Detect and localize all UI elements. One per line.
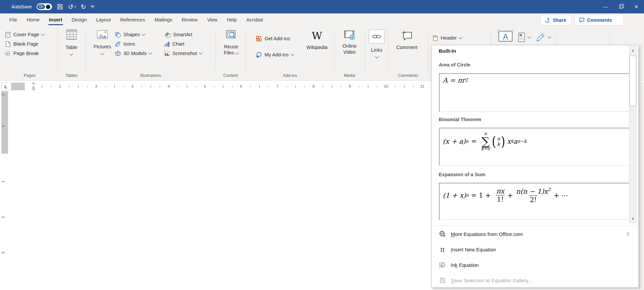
shapes-button[interactable]: Shapes bbox=[115, 30, 145, 39]
header-button[interactable]: Header bbox=[432, 34, 462, 42]
vertical-ruler[interactable]: 2 1 1 2 3 bbox=[1, 91, 8, 290]
first-line-indent-marker[interactable] bbox=[32, 83, 36, 85]
autosave-state: On bbox=[37, 4, 45, 9]
links-button[interactable]: Links bbox=[368, 30, 385, 58]
ruler-number: 7 bbox=[275, 84, 279, 89]
group-label-pages: Pages bbox=[2, 73, 57, 78]
tab-selector[interactable]: L bbox=[1, 83, 10, 91]
table-button[interactable]: Table bbox=[62, 30, 81, 55]
close-icon: ✕ bbox=[634, 4, 638, 9]
ruler-number: 1 bbox=[1, 125, 5, 127]
window-controls: — ✕ bbox=[598, 0, 644, 13]
shapes-icon bbox=[115, 32, 121, 38]
share-button[interactable]: Share bbox=[541, 15, 572, 26]
tab-home[interactable]: Home bbox=[22, 13, 44, 26]
chevron-down-icon bbox=[547, 35, 551, 38]
autosave-toggle[interactable]: On bbox=[37, 3, 52, 10]
chart-button[interactable]: Chart bbox=[164, 40, 184, 48]
menu-item-insert-new-equation[interactable]: π Insert New Equation bbox=[432, 242, 638, 257]
globe-icon bbox=[439, 231, 446, 237]
text-box-button[interactable]: A bbox=[497, 32, 514, 40]
redo-button[interactable]: ↻ bbox=[81, 4, 86, 10]
scroll-up-button[interactable]: ▲ bbox=[629, 46, 637, 54]
chevron-down-icon bbox=[69, 52, 73, 55]
minimize-icon: — bbox=[603, 4, 608, 9]
ruler-number: 2 bbox=[94, 84, 98, 89]
wikipedia-button[interactable]: W Wikipedia bbox=[304, 30, 330, 50]
gallery-scrollbar[interactable]: ▲ ▼ bbox=[629, 46, 637, 223]
save-icon bbox=[57, 3, 63, 10]
screenshot-button[interactable]: Screenshot bbox=[164, 49, 202, 58]
tab-acrobat[interactable]: Acrobat bbox=[241, 13, 268, 26]
ruler-number: 1 bbox=[1, 181, 5, 183]
close-button[interactable]: ✕ bbox=[629, 0, 644, 13]
scroll-down-button[interactable]: ▼ bbox=[629, 215, 637, 223]
scrollbar-thumb[interactable] bbox=[630, 56, 636, 106]
gallery-equation-area-of-circle[interactable]: A = πr2 bbox=[439, 74, 629, 112]
wordart-button[interactable] bbox=[536, 33, 551, 42]
reuse-files-button[interactable]: Reuse Files bbox=[221, 30, 241, 56]
group-label-comments: Comments bbox=[388, 73, 428, 78]
quick-access-toolbar: AutoSave On ↺ ↻ bbox=[0, 3, 94, 10]
left-indent-marker[interactable] bbox=[32, 89, 35, 90]
group-divider bbox=[86, 30, 86, 71]
menu-item-ink-equation[interactable]: Ink Equation bbox=[432, 257, 638, 273]
quick-parts-button[interactable] bbox=[518, 33, 531, 42]
tab-mailings[interactable]: Mailings bbox=[150, 13, 177, 26]
sigma-icon: ∑ bbox=[481, 136, 489, 147]
new-comment-button[interactable]: Comment bbox=[396, 30, 417, 50]
restore-button[interactable] bbox=[613, 0, 629, 13]
ruler-number: 4 bbox=[167, 84, 171, 89]
chevron-down-icon bbox=[100, 51, 104, 55]
group-divider bbox=[246, 30, 246, 71]
group-divider bbox=[428, 30, 428, 71]
get-add-ins-icon bbox=[256, 35, 262, 42]
blank-page-button[interactable]: Blank Page bbox=[5, 40, 38, 48]
online-video-icon bbox=[343, 30, 356, 40]
gallery-item-title: Binomial Theorem bbox=[439, 117, 481, 122]
tab-layout[interactable]: Layout bbox=[92, 13, 116, 26]
ruler-number: 8 bbox=[312, 84, 316, 89]
cover-page-button[interactable]: Cover Page bbox=[5, 30, 44, 39]
gallery-item-title: Area of Circle bbox=[439, 62, 470, 67]
comments-button[interactable]: Comments bbox=[575, 15, 624, 26]
icons-button[interactable]: Icons bbox=[115, 40, 135, 48]
group-divider bbox=[57, 30, 58, 71]
wikipedia-icon: W bbox=[312, 31, 322, 41]
gallery-equation-expansion-of-a-sum[interactable]: (1 + x)n = 1 + nx 1! + n(n − 1)x2 2! + ⋯ bbox=[439, 183, 629, 220]
tab-file[interactable]: File bbox=[5, 13, 22, 26]
ruler-number: 9 bbox=[348, 84, 352, 89]
customize-qat-button[interactable] bbox=[91, 6, 94, 8]
3d-models-button[interactable]: 3D Models bbox=[115, 49, 152, 58]
gallery-equation-binomial-theorem[interactable]: (x + a)n = n ∑ k=0 ( n k ) xk an−k bbox=[439, 128, 629, 165]
tab-help[interactable]: Help bbox=[222, 13, 241, 26]
document-scrollbar[interactable] bbox=[639, 82, 644, 290]
tab-design[interactable]: Design bbox=[67, 13, 92, 26]
chevron-down-icon bbox=[41, 32, 45, 36]
undo-button[interactable]: ↺ bbox=[68, 4, 76, 10]
minimize-button[interactable]: — bbox=[598, 0, 613, 13]
my-add-ins-button[interactable]: My Add-ins bbox=[256, 50, 294, 59]
get-add-ins-button[interactable]: Get Add-ins bbox=[256, 34, 290, 43]
smartart-button[interactable]: SmartArt bbox=[164, 30, 192, 39]
group-label-content: Content bbox=[216, 73, 246, 78]
share-icon bbox=[545, 17, 550, 23]
save-button[interactable] bbox=[57, 3, 63, 10]
online-video-button[interactable]: Online Video bbox=[339, 30, 360, 55]
tab-selector-glyph: L bbox=[5, 84, 7, 89]
ruler-number: 1 bbox=[58, 84, 62, 89]
ruler-number: 11 bbox=[419, 84, 425, 89]
tab-review[interactable]: Review bbox=[177, 13, 203, 26]
pictures-button[interactable]: Pictures bbox=[93, 30, 112, 54]
tab-insert[interactable]: Insert bbox=[44, 13, 67, 26]
tab-view[interactable]: View bbox=[202, 13, 222, 26]
ruler-number: 6 bbox=[239, 84, 243, 89]
page-break-button[interactable]: Page Break bbox=[5, 49, 39, 58]
menu-item-more-equations[interactable]: More Equations from Office.com bbox=[432, 226, 638, 242]
hanging-indent-marker[interactable] bbox=[32, 86, 36, 89]
tab-references[interactable]: References bbox=[115, 13, 150, 26]
gallery-section-title: Built-In bbox=[439, 48, 456, 54]
links-icon bbox=[369, 30, 385, 44]
group-divider bbox=[365, 30, 365, 71]
group-label-addins: Add-ins bbox=[246, 73, 334, 78]
